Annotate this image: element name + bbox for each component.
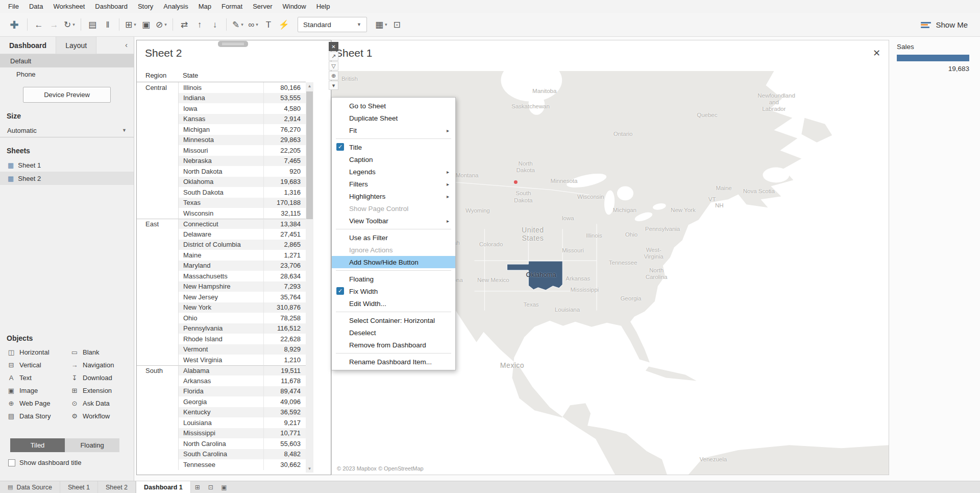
device-item-phone[interactable]: Phone [0, 67, 134, 81]
state-cell[interactable]: Oklahoma [178, 177, 263, 187]
object-download[interactable]: ↧Download [70, 371, 134, 384]
scroll-up-icon[interactable]: ▲ [306, 82, 313, 90]
state-cell[interactable]: Kansas [178, 114, 263, 125]
highlight-button[interactable]: ✎▾ [230, 16, 246, 33]
menu-item-remove-from-dashboard[interactable]: Remove from Dashboard [332, 339, 455, 351]
swap-rows-columns-button[interactable]: ⇄ [177, 16, 192, 33]
sheets-list-item-sheet-1[interactable]: ▦Sheet 1 [0, 158, 134, 172]
menu-item-fix-width[interactable]: ✓Fix Width [332, 285, 455, 297]
sales-value-cell[interactable]: 170,188 [263, 198, 306, 208]
sales-value-cell[interactable]: 35,764 [263, 292, 306, 302]
tab-dashboard[interactable]: Dashboard [0, 37, 56, 54]
state-cell[interactable]: Maine [178, 250, 263, 261]
remove-object-button[interactable]: ✕ [329, 42, 338, 51]
state-cell[interactable]: Minnesota [178, 135, 263, 146]
object-image[interactable]: ▣Image [7, 384, 70, 397]
sales-value-cell[interactable]: 49,096 [263, 396, 306, 407]
sales-value-cell[interactable]: 1,316 [263, 187, 306, 198]
floating-button[interactable]: Floating [65, 438, 119, 452]
state-cell[interactable]: North Dakota [178, 166, 263, 177]
clear-sheet-button[interactable]: ⊘▾ [154, 16, 169, 33]
go-to-sheet-button[interactable]: ↗ [329, 52, 338, 61]
state-cell[interactable]: Louisiana [178, 417, 263, 428]
menu-item-rename-dashboard-item[interactable]: Rename Dashboard Item... [332, 356, 455, 368]
sales-value-cell[interactable]: 27,451 [263, 229, 306, 240]
state-cell[interactable]: Michigan [178, 124, 263, 135]
object-drag-handle[interactable] [218, 41, 248, 47]
object-data-story[interactable]: ▤Data Story [7, 410, 70, 422]
sales-value-cell[interactable]: 8,482 [263, 449, 306, 460]
state-cell[interactable]: South Carolina [178, 449, 263, 460]
menu-item-add-show-hide-button[interactable]: Add Show/Hide Button [332, 256, 455, 268]
state-cell[interactable]: Florida [178, 386, 263, 397]
sales-value-cell[interactable]: 23,706 [263, 261, 306, 271]
table-scrollbar[interactable]: ▲ ▼ [306, 82, 313, 473]
state-cell[interactable]: Arkansas [178, 375, 263, 386]
sort-descending-button[interactable]: ↓ [207, 16, 223, 33]
scrollbar-thumb[interactable] [306, 91, 313, 219]
menu-dashboard[interactable]: Dashboard [90, 1, 133, 12]
show-mark-labels-button[interactable]: T [261, 16, 276, 33]
close-icon[interactable]: ✕ [873, 48, 880, 59]
menu-data[interactable]: Data [24, 1, 48, 12]
sales-value-cell[interactable]: 10,771 [263, 428, 306, 439]
new-data-source-button[interactable]: ▤ [85, 16, 100, 33]
sales-value-cell[interactable]: 19,511 [263, 365, 306, 376]
menu-item-caption[interactable]: Caption [332, 153, 455, 166]
new-worksheet-button[interactable]: ⊞ [191, 481, 204, 493]
bottom-tab-sheet-1[interactable]: Sheet 1 [60, 481, 98, 493]
sales-value-cell[interactable]: 9,217 [263, 417, 306, 428]
sales-value-cell[interactable]: 13,384 [263, 219, 306, 229]
new-dashboard-button[interactable]: ⊡ [204, 481, 217, 493]
menu-help[interactable]: Help [311, 1, 335, 12]
sales-value-cell[interactable]: 11,678 [263, 375, 306, 386]
menu-item-view-toolbar[interactable]: View Toolbar▸ [332, 215, 455, 227]
sales-value-cell[interactable]: 28,634 [263, 271, 306, 281]
menu-item-filters[interactable]: Filters▸ [332, 178, 455, 190]
state-cell[interactable]: Maryland [178, 261, 263, 271]
sales-value-cell[interactable]: 22,205 [263, 145, 306, 156]
sales-value-cell[interactable]: 116,512 [263, 323, 306, 334]
menu-item-duplicate-sheet[interactable]: Duplicate Sheet [332, 112, 455, 124]
sales-value-cell[interactable]: 29,863 [263, 135, 306, 146]
collapse-pane-icon[interactable]: ‹ [125, 37, 134, 54]
legend-color-bar[interactable] [897, 55, 969, 61]
menu-item-show-page-control[interactable]: Show Page Control [332, 202, 455, 215]
sales-value-cell[interactable]: 78,258 [263, 313, 306, 323]
state-cell[interactable]: New Hampshire [178, 281, 263, 292]
state-cell[interactable]: New Jersey [178, 292, 263, 302]
show-hide-cards-button[interactable]: ▦▾ [373, 16, 389, 33]
menu-item-select-container-horizontal[interactable]: Select Container: Horizontal [332, 314, 455, 326]
scroll-down-icon[interactable]: ▼ [306, 465, 313, 473]
undo-button[interactable]: ← [31, 16, 46, 33]
object-blank[interactable]: ▭Blank [70, 346, 134, 359]
state-cell[interactable]: Georgia [178, 396, 263, 407]
fit-mode-select[interactable]: Standard ▼ [298, 17, 367, 32]
sales-value-cell[interactable]: 19,683 [263, 177, 306, 187]
sales-value-cell[interactable]: 920 [263, 166, 306, 177]
sales-value-cell[interactable]: 7,293 [263, 281, 306, 292]
show-me-button[interactable]: Show Me [918, 13, 971, 37]
sales-value-cell[interactable]: 53,555 [263, 93, 306, 104]
state-cell[interactable]: Alabama [178, 365, 263, 376]
state-cell[interactable]: Rhode Island [178, 334, 263, 344]
new-story-button[interactable]: ▣ [217, 481, 231, 493]
column-header-state[interactable]: State [178, 72, 263, 79]
menu-window[interactable]: Window [277, 1, 311, 12]
menu-item-title[interactable]: ✓Title [332, 141, 455, 153]
tab-layout[interactable]: Layout [56, 37, 96, 54]
duplicate-button[interactable]: ▣ [138, 16, 154, 33]
object-ask-data[interactable]: ⊙Ask Data [70, 397, 134, 410]
sales-value-cell[interactable]: 8,929 [263, 344, 306, 355]
state-cell[interactable]: Indiana [178, 93, 263, 104]
sales-value-cell[interactable]: 2,865 [263, 240, 306, 250]
menu-map[interactable]: Map [193, 1, 216, 12]
object-workflow[interactable]: ⚙Workflow [70, 410, 134, 422]
sales-value-cell[interactable]: 1,210 [263, 355, 306, 365]
sales-value-cell[interactable]: 2,914 [263, 114, 306, 125]
group-members-button[interactable]: ∞▾ [246, 16, 261, 33]
more-options-button[interactable]: ▾ [329, 81, 338, 90]
object-extension[interactable]: ⊞Extension [70, 384, 134, 397]
device-preview-button[interactable]: Device Preview [23, 87, 111, 103]
state-cell[interactable]: Illinois [178, 82, 263, 93]
